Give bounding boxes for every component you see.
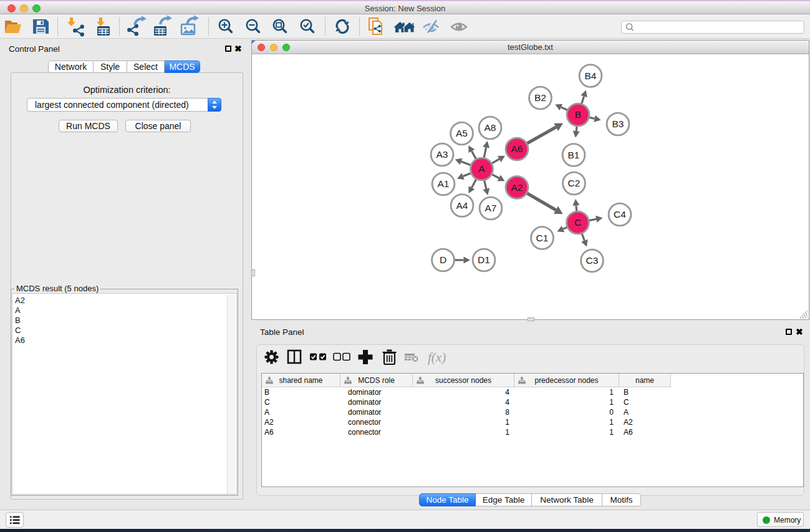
svg-text:C4: C4 bbox=[614, 209, 626, 220]
svg-text:A7: A7 bbox=[485, 203, 497, 213]
svg-text:f(x): f(x) bbox=[428, 350, 446, 365]
svg-text:C: C bbox=[574, 217, 581, 228]
svg-text:B3: B3 bbox=[612, 118, 624, 129]
svg-text:B: B bbox=[575, 109, 581, 120]
svg-text:B2: B2 bbox=[534, 92, 546, 103]
svg-text:B4: B4 bbox=[585, 70, 597, 81]
svg-text:A1: A1 bbox=[438, 178, 450, 189]
svg-text:D: D bbox=[440, 254, 446, 265]
svg-text:B1: B1 bbox=[568, 150, 580, 160]
svg-text:D1: D1 bbox=[478, 254, 490, 265]
svg-text:A2: A2 bbox=[511, 182, 523, 193]
svg-text:A: A bbox=[478, 163, 485, 174]
svg-text:A4: A4 bbox=[456, 200, 468, 211]
svg-text:A6: A6 bbox=[511, 143, 523, 154]
svg-text:A8: A8 bbox=[485, 122, 496, 133]
svg-text:A5: A5 bbox=[456, 128, 468, 138]
svg-text:A3: A3 bbox=[436, 149, 448, 160]
svg-text:C3: C3 bbox=[586, 255, 599, 266]
svg-text:C1: C1 bbox=[536, 233, 549, 243]
svg-text:C2: C2 bbox=[568, 178, 581, 188]
